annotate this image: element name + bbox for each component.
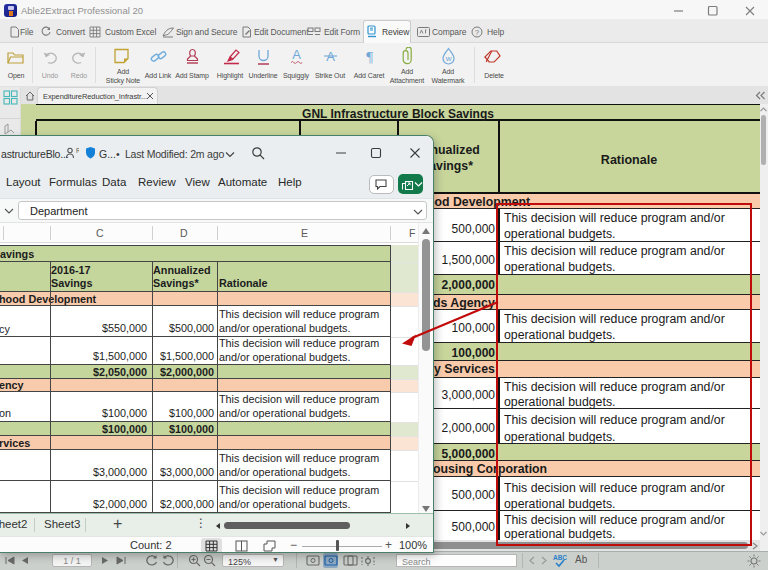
svg-text:?: ? xyxy=(475,28,480,37)
svg-text:R: R xyxy=(76,147,79,154)
svg-text:w: w xyxy=(445,54,452,63)
svg-text:A: A xyxy=(292,48,301,62)
svg-text:ABC: ABC xyxy=(553,554,567,561)
svg-text:¶: ¶ xyxy=(366,49,373,65)
